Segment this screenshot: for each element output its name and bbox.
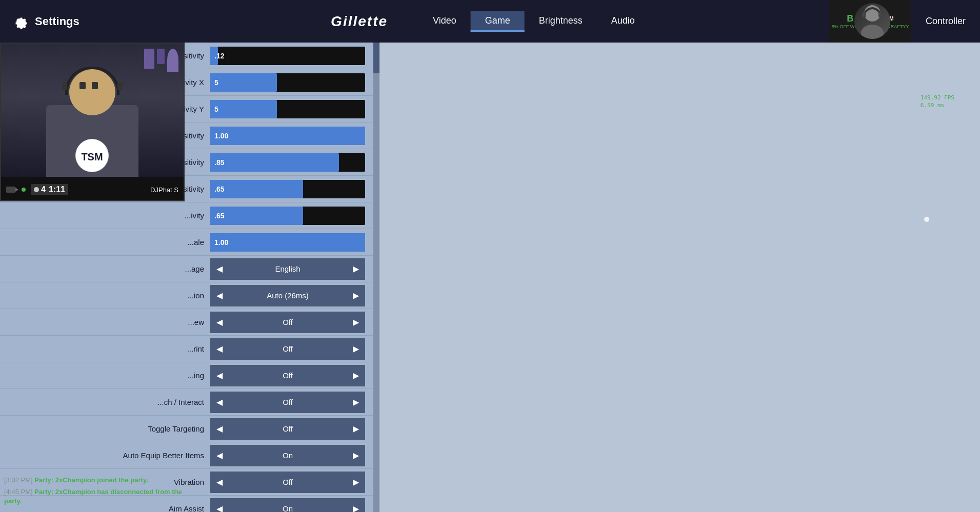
slider-mouse-ads-sensitivity[interactable]: 1.00 [210, 127, 365, 145]
tab-audio[interactable]: Audio [597, 11, 649, 32]
vibration-next-button[interactable]: ▶ [347, 472, 365, 493]
vibration-prev-button[interactable]: ◀ [210, 472, 229, 493]
search-interact-prev-button[interactable]: ◀ [210, 392, 229, 413]
tsm-logo-svg: TSM [75, 139, 109, 172]
row-building: ...ing ◀ Off ▶ [0, 362, 379, 389]
value-mouse-ads-sensitivity: 1.00 [214, 132, 228, 140]
input-method-next-button[interactable]: ▶ [347, 285, 365, 306]
selector-auto-equip-better-items: ◀ On ▶ [210, 445, 365, 466]
selector-toggle-targeting: ◀ Off ▶ [210, 418, 365, 440]
slider-controller-ads-sensitivity[interactable]: .65 [210, 180, 365, 198]
toggle-targeting-next-button[interactable]: ▶ [347, 418, 365, 440]
chat-party-0: Party: 2xChampion joined the party. [34, 476, 148, 484]
selector-language: ◀ English ▶ [210, 258, 365, 280]
row-footprint: ...rint ◀ Off ▶ [0, 336, 379, 362]
slider-controller-sensitivity-x[interactable]: 5 [210, 73, 365, 92]
auto-equip-next-button[interactable]: ▶ [347, 445, 365, 466]
control-language: ◀ English ▶ [210, 256, 379, 282]
kills-display: 4 [34, 185, 46, 194]
slider-mouse-sensitivity[interactable]: .12 [210, 47, 365, 65]
slider-controller-scope-sensitivity[interactable]: .65 [210, 207, 365, 225]
control-ui-scale[interactable]: 1.00 [210, 229, 379, 255]
language-next-button[interactable]: ▶ [347, 258, 365, 280]
value-mouse-scope-sensitivity: .85 [214, 158, 224, 167]
camera-lens-icon [15, 188, 18, 192]
toggle-targeting-prev-button[interactable]: ◀ [210, 418, 229, 440]
webcam-overlay: 4 1:11 DJPhat S TSM [0, 43, 185, 201]
label-toggle-targeting: Toggle Targeting [0, 424, 210, 433]
cursor [924, 217, 929, 222]
region-preview-next-button[interactable]: ▶ [347, 312, 365, 333]
slider-mouse-scope-sensitivity[interactable]: .85 [210, 153, 365, 172]
aim-assist-next-button[interactable]: ▶ [347, 498, 365, 513]
gillette-logo: Gillette [331, 13, 388, 30]
tab-game[interactable]: Game [471, 11, 525, 32]
slider-ui-scale[interactable]: 1.00 [210, 233, 365, 252]
scrollbar[interactable] [373, 43, 379, 512]
label-input-method: ...ion [0, 291, 210, 300]
search-interact-next-button[interactable]: ▶ [347, 392, 365, 413]
fps-line2: 6.59 ms [921, 101, 954, 109]
person-head [69, 69, 115, 115]
slider-controller-sensitivity-y[interactable]: 5 [210, 100, 365, 118]
control-mouse-ads-sensitivity[interactable]: 1.00 [210, 122, 379, 149]
footprint-next-button[interactable]: ▶ [347, 338, 365, 360]
control-controller-sensitivity-x[interactable]: 5 [210, 69, 379, 95]
selector-vibration: ◀ Off ▶ [210, 472, 365, 493]
control-building: ◀ Off ▶ [210, 362, 379, 388]
row-controller-scope-sensitivity: ...ivity .65 [0, 202, 379, 229]
chat-overlay: [3:02 PM] Party: 2xChampion joined the p… [0, 472, 205, 512]
building-value: Off [229, 365, 347, 386]
row-language: ...age ◀ English ▶ [0, 256, 379, 282]
region-preview-value: Off [229, 312, 347, 333]
chat-time-0: [3:02 PM] [4, 476, 33, 484]
vibration-value: Off [229, 472, 347, 493]
control-controller-sensitivity-y[interactable]: 5 [210, 96, 379, 122]
gear-icon [10, 12, 29, 31]
value-ui-scale: 1.00 [214, 238, 228, 247]
auto-equip-prev-button[interactable]: ◀ [210, 445, 229, 466]
selector-building: ◀ Off ▶ [210, 365, 365, 386]
row-auto-equip-better-items: Auto Equip Better Items ◀ On ▶ [0, 442, 379, 469]
control-auto-equip-better-items: ◀ On ▶ [210, 442, 379, 468]
label-region-preview: ...ew [0, 318, 210, 326]
control-search-interact: ◀ Off ▶ [210, 389, 379, 415]
control-mouse-sensitivity[interactable]: .12 [210, 43, 379, 69]
building-next-button[interactable]: ▶ [347, 365, 365, 386]
row-search-interact: ...ch / Interact ◀ Off ▶ [0, 389, 379, 416]
svg-rect-2 [862, 12, 866, 17]
language-value: English [229, 258, 347, 280]
row-input-method: ...ion ◀ Auto (26ms) ▶ [0, 282, 379, 309]
row-ui-scale: ...ale 1.00 [0, 229, 379, 256]
selector-region-preview: ◀ Off ▶ [210, 312, 365, 333]
region-preview-prev-button[interactable]: ◀ [210, 312, 229, 333]
label-auto-equip-better-items: Auto Equip Better Items [0, 451, 210, 460]
chat-message-1: [4:45 PM] Party: 2xChampion has disconne… [4, 487, 201, 506]
footprint-value: Off [229, 338, 347, 360]
scrollbar-thumb[interactable] [373, 43, 379, 73]
aim-assist-prev-button[interactable]: ◀ [210, 498, 229, 513]
footprint-prev-button[interactable]: ◀ [210, 338, 229, 360]
control-controller-ads-sensitivity[interactable]: .65 [210, 176, 379, 202]
tab-controller[interactable]: Controller [911, 12, 980, 31]
tab-video[interactable]: Video [418, 11, 471, 32]
right-area: 149.92 FPS 6.59 ms [379, 43, 980, 512]
building-prev-button[interactable]: ◀ [210, 365, 229, 386]
settings-title-area: Settings [0, 12, 103, 31]
selector-input-method: ◀ Auto (26ms) ▶ [210, 285, 365, 306]
nav-tabs: Video Game Brightness Audio [418, 11, 649, 32]
language-prev-button[interactable]: ◀ [210, 258, 229, 280]
auto-equip-value: On [229, 445, 347, 466]
slider-fill-uiscale: 1.00 [210, 233, 365, 252]
value-controller-sensitivity-x: 5 [214, 78, 218, 87]
tab-brightness[interactable]: Brightness [525, 11, 597, 32]
avatar-silhouette [857, 3, 888, 39]
webcam-icons [6, 187, 15, 193]
input-method-prev-button[interactable]: ◀ [210, 285, 229, 306]
decor-2 [157, 49, 165, 64]
control-mouse-scope-sensitivity[interactable]: .85 [210, 149, 379, 175]
row-region-preview: ...ew ◀ Off ▶ [0, 309, 379, 336]
header-nav: Gillette Video Game Brightness Audio [331, 11, 649, 32]
webcam-timer: 1:11 [49, 185, 65, 194]
control-controller-scope-sensitivity[interactable]: .65 [210, 202, 379, 229]
